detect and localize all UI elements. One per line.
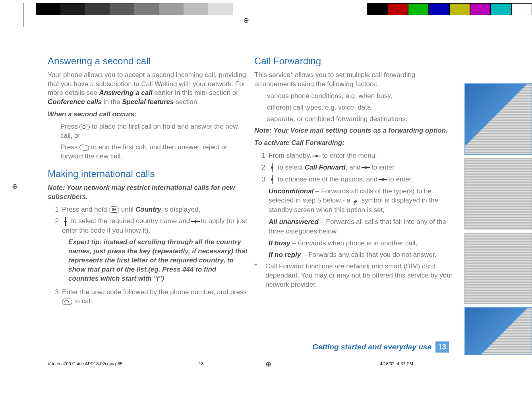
intro-call-forwarding: This service* allows you to set multiple… xyxy=(254,71,455,89)
list-item: Press to end the first call, and then an… xyxy=(60,143,248,161)
nav-vertical-icon xyxy=(269,176,276,183)
forwarding-factors: various phone conditions, e.g. when busy… xyxy=(254,92,455,124)
heading-call-forwarding: Call Forwarding xyxy=(254,56,455,67)
thumb-tab xyxy=(464,233,532,304)
subhead-activate-forwarding: To activate Call Forwarding: xyxy=(254,139,455,148)
forward-symbol-icon xyxy=(352,198,360,204)
registration-mark-icon: ⊕ xyxy=(243,16,249,25)
note-voicemail-forwarding: Note: Your Voice mail setting counts as … xyxy=(254,126,455,135)
section-name: Getting started and everyday use xyxy=(48,343,431,351)
source-file: V tech a700 Guide APR18-02copy.p65 xyxy=(48,361,155,366)
step-1: 1 Press and hold 0+ until Country is dis… xyxy=(48,205,248,214)
left-column: Answering a second call Your phone allow… xyxy=(48,56,248,308)
note-intl-restrict: Note: Your network may restrict internat… xyxy=(48,183,248,202)
forwarding-steps: 1 From standby, to enter the menu, 2 to … xyxy=(254,151,455,184)
option-unconditional: Unconditional – Forwards all calls of th… xyxy=(269,187,455,215)
imposition-footer: V tech a700 Guide APR18-02copy.p65 13 4/… xyxy=(48,361,461,366)
right-column: Call Forwarding This service* allows you… xyxy=(254,56,455,289)
footnote-network-dependant: * Call Forward functions are network and… xyxy=(254,262,455,289)
section-footer: Getting started and everyday use 13 xyxy=(48,341,449,353)
list-item: various phone conditions, e.g. when busy… xyxy=(267,92,455,101)
call-key-icon xyxy=(79,124,90,130)
nav-vertical-icon xyxy=(62,218,69,225)
heading-international-calls: Making international calls xyxy=(48,168,248,179)
subhead-when-second-call: When a second call occurs: xyxy=(48,110,248,119)
step-1: 1 From standby, to enter the menu, xyxy=(254,151,455,160)
list-item: Press to place the first call on hold an… xyxy=(60,122,248,141)
end-key-icon xyxy=(79,144,89,151)
list-item: different call types, e.g. voice, data, xyxy=(267,103,455,112)
registration-mark-icon: ⊕ xyxy=(12,182,18,191)
zero-key-icon: 0+ xyxy=(109,206,119,213)
expert-tip: Expert tip: instead of scrolling through… xyxy=(68,238,248,283)
nav-horizontal-icon xyxy=(379,176,387,183)
crop-tick xyxy=(20,3,20,27)
page-number-chip: 13 xyxy=(435,341,449,353)
step-3: 3 Enter the area code followed by the ph… xyxy=(48,287,248,307)
international-call-steps-cont: 3 Enter the area code followed by the ph… xyxy=(48,287,248,307)
crop-tick xyxy=(23,3,23,27)
step-2: 2 to select Call Forward, and to enter, xyxy=(254,163,455,172)
international-call-steps: 1 Press and hold 0+ until Country is dis… xyxy=(48,205,248,235)
nav-vertical-icon xyxy=(269,164,276,171)
call-key-icon xyxy=(62,299,72,305)
timestamp: 4/18/02, 4:37 PM xyxy=(306,361,461,366)
color-patches xyxy=(367,3,532,15)
list-item: separate, or combined forwarding destina… xyxy=(267,115,455,124)
step-3: 3 to choose one of the options, and to e… xyxy=(254,175,455,184)
thumb-tabs xyxy=(464,83,532,358)
gray-step-wedge xyxy=(36,3,233,15)
option-if-busy: If busy – Forwards when phone is in anot… xyxy=(269,239,455,248)
nav-horizontal-icon xyxy=(313,152,320,160)
second-call-actions: Press to place the first call on hold an… xyxy=(48,122,248,161)
option-all-unanswered: All unanswered – Forwards all calls that… xyxy=(269,217,455,236)
heading-answering-second-call: Answering a second call xyxy=(48,56,248,67)
print-calibration-bars xyxy=(0,3,532,15)
sheet-number: 13 xyxy=(155,361,306,366)
intro-answering-second-call: Your phone allows you to accept a second… xyxy=(48,71,248,107)
nav-horizontal-icon xyxy=(192,218,199,225)
step-2: 2 to select the required country name an… xyxy=(48,216,248,235)
thumb-tab-page-marker xyxy=(464,307,532,355)
nav-horizontal-icon xyxy=(362,164,369,171)
thumb-tab xyxy=(464,158,532,229)
page-content: Answering a second call Your phone allow… xyxy=(48,56,457,341)
option-if-no-reply: If no reply – Forwards any calls that yo… xyxy=(269,250,455,260)
thumb-tab-active xyxy=(464,83,532,155)
